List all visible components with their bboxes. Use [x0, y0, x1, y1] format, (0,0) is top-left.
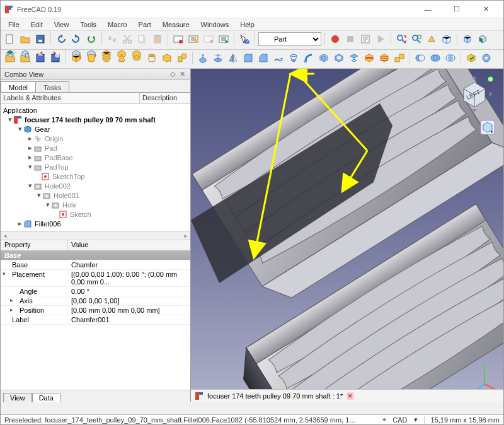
bounding-box-icon[interactable] — [440, 32, 454, 46]
boolean-union-icon[interactable] — [428, 51, 442, 65]
view-iso-icon[interactable] — [461, 32, 474, 46]
revolve-icon[interactable] — [211, 51, 225, 65]
tab-model[interactable]: Model — [1, 81, 36, 92]
extrude-icon[interactable] — [196, 51, 210, 65]
save-file-icon[interactable] — [33, 32, 47, 46]
mirror-icon[interactable] — [226, 51, 240, 65]
tree-item-sketchtop[interactable]: SketchTop — [51, 173, 84, 180]
prop-col-value[interactable]: Value — [67, 240, 92, 250]
link-icon[interactable] — [105, 32, 119, 46]
nav-style-dropdown-icon[interactable]: ▾ — [414, 416, 418, 424]
tab-data[interactable]: Data — [32, 393, 60, 402]
doc-tab-label[interactable]: focuser 174 teeth pulley 09 70 mm shaft … — [207, 392, 343, 400]
export-a-icon[interactable] — [33, 51, 47, 65]
play-icon[interactable] — [374, 32, 387, 46]
whatsthis-icon[interactable]: ? — [238, 32, 251, 46]
tree-item-origin[interactable]: Origin — [43, 135, 63, 143]
paste-icon[interactable] — [151, 32, 164, 46]
prop-position[interactable]: ▸Position — [1, 306, 67, 315]
notepad-icon[interactable] — [358, 32, 372, 46]
tree-item-pad[interactable]: Pad — [43, 144, 57, 152]
tree-item-hole001[interactable]: Hole001 — [52, 192, 79, 199]
tree-item-gear[interactable]: Gear — [33, 125, 50, 133]
tab-tasks[interactable]: Tasks — [35, 81, 69, 92]
refresh-icon[interactable] — [84, 32, 98, 46]
redo-icon[interactable] — [69, 32, 83, 46]
workbench-selector[interactable]: Part — [258, 32, 321, 46]
tree-hscroll[interactable] — [1, 231, 190, 240]
compound-icon[interactable] — [392, 51, 406, 65]
fit-all-icon[interactable] — [394, 32, 408, 46]
prim-builder-icon[interactable]: … — [160, 51, 174, 65]
check-geometry-icon[interactable] — [464, 51, 478, 65]
tree-item-hole002[interactable]: Hole002 — [43, 182, 71, 190]
macro-edit-icon[interactable] — [186, 32, 200, 46]
menu-windows[interactable]: Windows — [196, 20, 234, 30]
prop-axis[interactable]: ▸Axis — [1, 296, 67, 305]
view-front-icon[interactable] — [476, 32, 490, 46]
loft-icon[interactable] — [287, 51, 301, 65]
menu-macro[interactable]: Macro — [103, 20, 132, 30]
boolean-common-icon[interactable] — [444, 51, 457, 65]
macro-rec-icon[interactable] — [171, 32, 185, 46]
menu-tools[interactable]: Tools — [75, 20, 101, 30]
tree-item-fillet006[interactable]: Fillet006 — [33, 220, 61, 228]
section-icon[interactable] — [362, 51, 376, 65]
tree-item-hole[interactable]: Hole — [61, 201, 77, 209]
offset3d-icon[interactable] — [317, 51, 331, 65]
undo-icon[interactable] — [54, 32, 68, 46]
prim-sphere-icon[interactable] — [100, 51, 113, 65]
ruled-surface-icon[interactable] — [272, 51, 285, 65]
prim-cylinder-icon[interactable] — [84, 51, 98, 65]
doc-tab-close-icon[interactable]: ✕ — [346, 392, 354, 400]
panel-close-icon[interactable]: ✕ — [178, 70, 186, 78]
tree-col-desc[interactable]: Description — [139, 93, 190, 103]
chamfer-icon[interactable] — [256, 51, 270, 65]
close-button[interactable]: ✕ — [472, 1, 500, 18]
macro-stop-icon[interactable] — [202, 32, 215, 46]
menu-part[interactable]: Part — [134, 20, 156, 30]
new-file-icon[interactable] — [3, 32, 17, 46]
property-grid[interactable]: Base BaseChamfer ▾Placement[(0,00 0,00 1… — [1, 251, 190, 390]
model-tree[interactable]: Application ▾focuser 174 teeth pulley 09… — [1, 104, 190, 231]
menu-view[interactable]: View — [49, 20, 74, 30]
maximize-button[interactable]: ☐ — [443, 1, 471, 18]
rec-gray-icon[interactable] — [343, 32, 357, 46]
prim-torus-icon[interactable] — [130, 51, 144, 65]
tab-view[interactable]: View — [3, 393, 32, 402]
menu-edit[interactable]: Edit — [26, 20, 48, 30]
draw-style-icon[interactable] — [425, 32, 438, 46]
navcube-config-icon[interactable] — [479, 119, 496, 136]
tree-application[interactable]: Application — [2, 107, 37, 114]
tree-item-padtop[interactable]: PadTop — [43, 163, 68, 171]
3d-viewport[interactable]: y x z LEFT — [191, 69, 503, 402]
prop-base[interactable]: Base — [1, 260, 67, 269]
panel-float-icon[interactable]: ◇ — [169, 70, 176, 78]
macro-list-icon[interactable] — [217, 32, 231, 46]
tree-document[interactable]: focuser 174 teeth pulley 09 70 mm shaft — [23, 116, 156, 124]
fit-selection-icon[interactable] — [410, 32, 423, 46]
sweep-icon[interactable] — [302, 51, 316, 65]
projection-icon[interactable] — [347, 51, 361, 65]
boolean-cut-icon[interactable] — [413, 51, 427, 65]
tree-item-padbase[interactable]: PadBase — [43, 154, 73, 161]
prop-angle[interactable]: Angle — [1, 287, 67, 296]
shapebuilder-icon[interactable] — [175, 51, 189, 65]
nav-style-icon[interactable]: ⌖ — [382, 416, 386, 424]
prop-placement[interactable]: ▾Placement — [1, 270, 67, 286]
navigation-cube[interactable]: LEFT — [453, 74, 496, 117]
prim-cube-icon[interactable] — [69, 51, 83, 65]
prim-cone-icon[interactable] — [115, 51, 129, 65]
open-file-icon[interactable] — [18, 32, 32, 46]
tree-item-sketch[interactable]: Sketch — [69, 211, 91, 218]
export-b-icon[interactable] — [49, 51, 62, 65]
copy-icon[interactable] — [135, 32, 149, 46]
prop-col-property[interactable]: Property — [1, 240, 67, 250]
minimize-button[interactable]: — — [414, 1, 442, 18]
cross-sections-icon[interactable] — [377, 51, 391, 65]
prop-label[interactable]: Label — [1, 315, 67, 324]
import-b-icon[interactable] — [18, 51, 32, 65]
prim-tube-icon[interactable] — [145, 51, 159, 65]
import-a-icon[interactable] — [3, 51, 17, 65]
cut-icon[interactable] — [120, 32, 134, 46]
